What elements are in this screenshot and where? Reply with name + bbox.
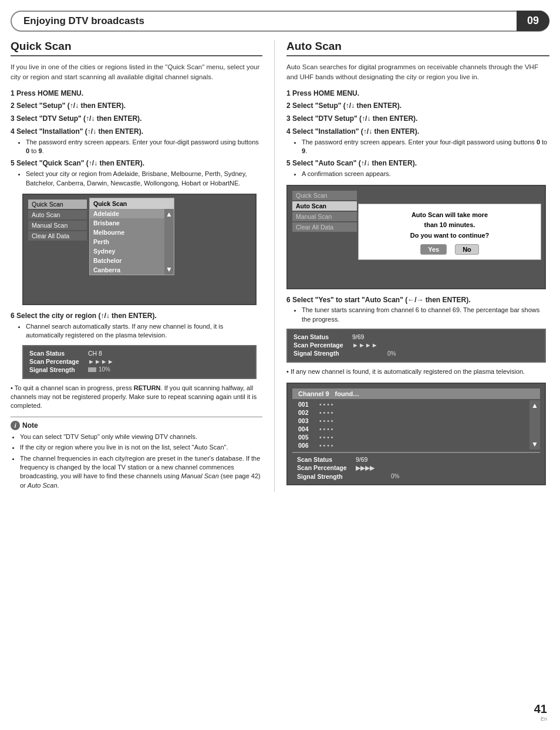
- as-scan-pct-arrows: ►►►►: [352, 342, 378, 349]
- qs-city-canberra: Canberra: [90, 265, 164, 275]
- as-step-1: 1 Press HOME MENU.: [286, 89, 549, 99]
- qs-menu-autoscan: Auto Scan: [28, 210, 87, 219]
- cf-scan-pct-label: Scan Percentage: [297, 464, 356, 471]
- cf-signal-value: 0%: [391, 473, 399, 479]
- qs-note-3: The channel frequencies in each city/reg…: [20, 454, 262, 491]
- cf-found-text: found…: [335, 390, 360, 397]
- as-menu-quickscan: Quick Scan: [292, 191, 357, 200]
- cf-scan-status-label: Scan Status: [297, 456, 356, 463]
- qs-step-6-sub: Channel search automatically starts. If …: [26, 322, 262, 340]
- qs-step-2: 2 Select "Setup" (↑/↓ then ENTER).: [11, 101, 262, 111]
- as-menu-manualscan: Manual Scan: [292, 212, 357, 221]
- qs-step-5: 5 Select "Quick Scan" (↑/↓ then ENTER). …: [11, 158, 262, 188]
- cf-row-005: 005• • • •: [292, 433, 529, 441]
- as-signal-label: Signal Strength: [294, 350, 352, 357]
- cf-scan-pct-arrows: ▶▶▶▶: [356, 464, 375, 472]
- main-content: Quick Scan If you live in one of the cit…: [11, 40, 549, 492]
- qs-signal-label: Signal Strength: [29, 366, 88, 373]
- as-step-2: 2 Select "Setup" (↑/↓ then ENTER).: [286, 101, 549, 111]
- scroll-down-icon: ▼: [166, 265, 173, 273]
- as-step-4: 4 Select "Installation" (↑/↓ then ENTER)…: [286, 127, 549, 156]
- qs-note-2: If the city or region where you live in …: [20, 443, 262, 452]
- qs-step-6: 6 Select the city or region (↑/↓ then EN…: [11, 311, 262, 340]
- as-channel-found-mockup: Channel 9 found… 001• • • • 002• • • • 0…: [286, 383, 546, 485]
- qs-city-perth: Perth: [90, 237, 164, 246]
- as-step-5: 5 Select "Auto Scan" (↑/↓ then ENTER). A…: [286, 158, 549, 178]
- qs-step-3: 3 Select "DTV Setup" (↑/↓ then ENTER).: [11, 114, 262, 124]
- qs-signal-value: 10%: [99, 366, 110, 373]
- as-step-6-sub: The tuner starts scanning from channel 6…: [302, 306, 549, 324]
- cf-row-002: 002• • • •: [292, 408, 529, 417]
- footer-page-num: 41: [534, 702, 547, 716]
- qs-note-1: You can select "DTV Setup" only while vi…: [20, 432, 262, 441]
- qs-city-batchelor: Batchelor: [90, 256, 164, 265]
- as-after-note: • If any new channel is found, it is aut…: [286, 367, 549, 376]
- cf-row-004: 004• • • •: [292, 425, 529, 433]
- page-title: Enjoying DTV broadcasts: [23, 15, 144, 27]
- as-scan-status-box: Scan Status 9/69 Scan Percentage ►►►► Si…: [286, 329, 546, 363]
- qs-city-melbourne: Melbourne: [90, 228, 164, 237]
- auto-scan-intro: Auto Scan searches for digital programme…: [286, 62, 549, 83]
- as-scan-status-label: Scan Status: [294, 333, 352, 340]
- cf-row-003: 003• • • •: [292, 417, 529, 425]
- cf-channel-num: Channel 9: [298, 390, 329, 397]
- qs-screen-mockup: Quick Scan Auto Scan Manual Scan Clear A…: [22, 194, 257, 305]
- quick-scan-section: Quick Scan If you live in one of the cit…: [11, 40, 275, 492]
- qs-scan-pct-label: Scan Percentage: [29, 358, 88, 365]
- qs-step-4-sub: The password entry screen appears. Enter…: [26, 138, 262, 156]
- as-no-btn[interactable]: No: [455, 244, 479, 255]
- as-step-3: 3 Select "DTV Setup" (↑/↓ then ENTER).: [286, 114, 549, 124]
- qs-city-brisbane: Brisbane: [90, 218, 164, 228]
- quick-scan-title: Quick Scan: [11, 40, 262, 56]
- qs-step-1: 1 Press HOME MENU.: [11, 89, 262, 99]
- qs-scan-status-label: Scan Status: [29, 350, 88, 357]
- as-scan-pct-label: Scan Percentage: [294, 342, 352, 349]
- qs-signal-bar: [88, 367, 96, 372]
- cf-scroll-up-icon: ▲: [531, 401, 538, 410]
- cf-scroll-down-icon: ▼: [531, 440, 538, 448]
- qs-scan-pct-arrows: ►►►►: [88, 358, 114, 365]
- qs-popup-title: Quick Scan: [90, 198, 174, 209]
- qs-menu-quickscan: Quick Scan: [28, 200, 87, 209]
- qs-menu-manualscan: Manual Scan: [28, 221, 87, 230]
- page-number-badge: 09: [517, 11, 549, 31]
- as-step-5-sub: A confirmation screen appears.: [302, 170, 549, 178]
- as-yes-btn[interactable]: Yes: [420, 244, 447, 255]
- cf-header: Channel 9 found…: [292, 388, 540, 399]
- auto-scan-section: Auto Scan Auto Scan searches for digital…: [275, 40, 549, 492]
- page-header: Enjoying DTV broadcasts 09: [11, 11, 549, 32]
- note-label: Note: [22, 421, 38, 430]
- as-menu-autoscan: Auto Scan: [292, 201, 357, 211]
- page-footer: 41 En: [534, 702, 547, 722]
- scroll-up-icon: ▲: [166, 210, 173, 218]
- qs-step-5-sub: Select your city or region from Adelaide…: [26, 170, 262, 188]
- cf-row-001: 001• • • •: [292, 400, 529, 408]
- footer-lang: En: [534, 716, 547, 722]
- qs-scan-status-value: CH 8: [88, 350, 102, 357]
- qs-city-adelaide: Adelaide: [90, 209, 164, 218]
- qs-note-box: i Note You can select "DTV Setup" only w…: [11, 417, 262, 490]
- qs-scan-status-box: Scan Status CH 8 Scan Percentage ►►►► Si…: [22, 345, 257, 379]
- qs-menu-clearall: Clear All Data: [28, 231, 87, 241]
- as-step-4-sub: The password entry screen appears. Enter…: [302, 138, 549, 156]
- qs-quit-note: • To quit a channel scan in progress, pr…: [11, 384, 262, 411]
- note-icon: i: [11, 421, 20, 430]
- as-scan-status-value: 9/69: [352, 333, 364, 340]
- as-confirm-text: Auto Scan will take morethan 10 minutes.…: [365, 210, 535, 241]
- as-signal-value: 0%: [387, 350, 396, 357]
- qs-city-sydney: Sydney: [90, 246, 164, 256]
- cf-row-006: 006• • • •: [292, 441, 529, 450]
- as-step-6: 6 Select "Yes" to start "Auto Scan" (←/→…: [286, 295, 549, 325]
- as-menu-clearall: Clear All Data: [292, 222, 357, 232]
- as-screen-mockup: Quick Scan Auto Scan Manual Scan Clear A…: [286, 185, 546, 289]
- cf-signal-label: Signal Strength: [297, 473, 356, 480]
- qs-note-list: You can select "DTV Setup" only while vi…: [11, 432, 262, 490]
- cf-scan-status-value: 9/69: [356, 456, 367, 463]
- qs-step-4: 4 Select "Installation" (↑/↓ then ENTER)…: [11, 127, 262, 156]
- quick-scan-intro: If you live in one of the cities or regi…: [11, 62, 262, 83]
- auto-scan-title: Auto Scan: [286, 40, 549, 56]
